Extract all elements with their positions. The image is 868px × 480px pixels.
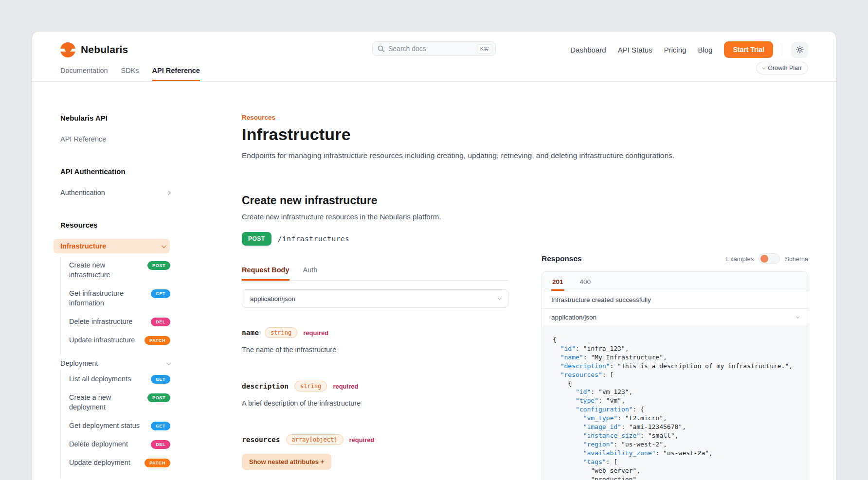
method-badge-get: GET <box>151 422 170 430</box>
deployment-children: List all deployments GET Create a new de… <box>60 370 193 478</box>
show-nested-attributes-button[interactable]: Show nested attributes + <box>242 454 331 470</box>
sidebar-item-label: Infrastructure <box>60 242 106 250</box>
theme-toggle-button[interactable] <box>791 42 808 58</box>
toggle-label-schema[interactable]: Schema <box>785 255 808 263</box>
nav-pricing[interactable]: Pricing <box>664 46 687 54</box>
plan-label: Growth Plan <box>768 65 801 71</box>
sidebar-item-label: Get deployment status <box>69 421 140 430</box>
start-trial-button[interactable]: Start Trial <box>724 41 773 58</box>
content-type-select[interactable]: application/json <box>242 289 508 308</box>
tab-status-201[interactable]: 201 <box>551 272 564 291</box>
sidebar-item-update-infrastructure[interactable]: Update infrastructure PATCH <box>69 335 170 345</box>
site-header: Nebularis K⌘ Dashboard API Status Pricin… <box>32 32 836 81</box>
endpoint-title: Create new infrastructure <box>242 194 508 207</box>
sidebar-item-label: Get infrastructure information <box>69 288 142 308</box>
search-box[interactable]: K⌘ <box>372 41 496 56</box>
sidebar-item-label: List all deployments <box>69 374 131 384</box>
toggle-label-examples[interactable]: Examples <box>726 255 754 263</box>
search-shortcut-badge: K⌘ <box>477 44 492 53</box>
sidebar-item-deployment[interactable]: Deployment <box>60 359 170 367</box>
required-flag: required <box>303 329 328 337</box>
status-code-tabs: 201 400 <box>542 272 808 291</box>
header-divider <box>782 43 782 56</box>
field-name-label: description <box>242 382 289 390</box>
method-badge-post: POST <box>147 393 170 402</box>
nav-api-status[interactable]: API Status <box>618 46 652 54</box>
chevron-right-icon <box>166 190 171 195</box>
endpoint-path: /infrastructures <box>278 235 350 243</box>
response-content-type-row[interactable]: application/json <box>542 309 808 326</box>
sidebar-nav: Nebularis API API Reference API Authenti… <box>60 114 193 480</box>
examples-schema-toggle[interactable] <box>759 253 780 264</box>
sidebar-item-list-all-deployments[interactable]: List all deployments GET <box>69 374 170 384</box>
chevron-down-icon <box>166 360 171 365</box>
responses-column: Responses Examples Schema 201 400 Infras… <box>542 253 808 480</box>
search-input[interactable] <box>388 45 473 53</box>
endpoint-doc-column: Resources Infrastructure Endpoints for m… <box>242 114 508 470</box>
tab-documentation[interactable]: Documentation <box>60 67 108 81</box>
nav-dashboard[interactable]: Dashboard <box>570 46 606 54</box>
sidebar-item-get-deployment-status[interactable]: Get deployment status GET <box>69 421 170 430</box>
tab-request-body[interactable]: Request Body <box>242 266 289 280</box>
toggle-knob <box>760 255 768 263</box>
method-badge-del: DEL <box>151 440 170 449</box>
sidebar-item-label: Deployment <box>60 359 98 367</box>
field-type-pill: string <box>294 381 327 391</box>
method-badge-post: POST <box>242 232 271 246</box>
response-example-code[interactable]: { "id": "infra_123", "name": "My Infrast… <box>542 326 808 480</box>
method-badge-patch: PATCH <box>145 336 170 345</box>
response-panel: 201 400 Infrastructure created successfu… <box>542 271 808 480</box>
sidebar-item-get-infrastructure-information[interactable]: Get infrastructure information GET <box>69 288 170 308</box>
tab-auth[interactable]: Auth <box>303 266 318 280</box>
breadcrumb-eyebrow: Resources <box>242 114 508 121</box>
field-type-pill: array[object] <box>286 434 344 445</box>
tab-sdks[interactable]: SDKs <box>121 67 139 81</box>
required-flag: required <box>349 436 375 444</box>
field-name: name string required The name of the inf… <box>242 327 508 354</box>
content-type-value: application/json <box>250 295 295 302</box>
sidebar-item-update-deployment[interactable]: Update deployment PATCH <box>69 458 170 467</box>
sidebar-item-delete-infrastructure[interactable]: Delete infrastructure DEL <box>69 317 170 326</box>
page-description: Endpoints for managing infrastructure re… <box>242 150 709 161</box>
primary-tabs: Documentation SDKs API Reference <box>60 67 808 81</box>
sidebar-item-label: Update deployment <box>69 458 130 467</box>
plan-selector[interactable]: Growth Plan <box>756 62 808 74</box>
nav-blog[interactable]: Blog <box>698 46 712 54</box>
field-resources-block: resources array[object] required Show ne… <box>242 434 508 470</box>
method-badge-get: GET <box>151 375 170 384</box>
infrastructure-children: Create new infrastructure POST Get infra… <box>60 256 193 356</box>
method-badge-post: POST <box>147 261 170 270</box>
chevron-down-icon <box>498 296 501 300</box>
sidebar-group-resources: Resources <box>60 221 193 229</box>
response-description-row: Infrastructure created successfully <box>542 291 808 309</box>
method-badge-del: DEL <box>151 318 170 326</box>
field-type-pill: string <box>265 327 297 338</box>
sidebar-item-infrastructure[interactable]: Infrastructure <box>54 239 170 253</box>
sidebar-item-label: Create a new deployment <box>69 392 142 412</box>
endpoint-subtitle: Create new infrastructure resources in t… <box>242 213 508 221</box>
sidebar-item-label: Create new infrastructure <box>69 260 142 280</box>
field-description: The name of the infrastructure <box>242 346 508 354</box>
sidebar-item-delete-deployment[interactable]: Delete deployment DEL <box>69 439 170 449</box>
chevron-down-icon <box>762 66 766 69</box>
chevron-down-icon <box>162 243 166 248</box>
sidebar-item-api-reference[interactable]: API Reference <box>60 135 193 143</box>
request-tabs: Request Body Auth <box>242 266 508 281</box>
sidebar-item-create-new-infrastructure[interactable]: Create new infrastructure POST <box>69 260 170 280</box>
response-content-type: application/json <box>551 314 597 321</box>
chevron-down-icon <box>796 315 799 319</box>
field-name-label: resources <box>242 436 280 444</box>
sidebar-item-label: Authentication <box>60 189 105 196</box>
tab-status-400[interactable]: 400 <box>579 272 592 291</box>
sidebar-item-label: Delete infrastructure <box>69 317 133 326</box>
brand[interactable]: Nebularis <box>60 42 128 57</box>
sidebar-item-label: Update infrastructure <box>69 335 135 345</box>
method-badge-get: GET <box>151 289 170 298</box>
sidebar-item-create-a-new-deployment[interactable]: Create a new deployment POST <box>69 392 170 412</box>
sun-icon <box>796 46 804 53</box>
endpoint-section: Create new infrastructure Create new inf… <box>242 194 508 470</box>
sidebar-item-authentication[interactable]: Authentication <box>60 189 170 196</box>
tab-api-reference[interactable]: API Reference <box>152 67 200 81</box>
responses-title: Responses <box>542 254 582 263</box>
sidebar-item-label: Delete deployment <box>69 439 128 449</box>
